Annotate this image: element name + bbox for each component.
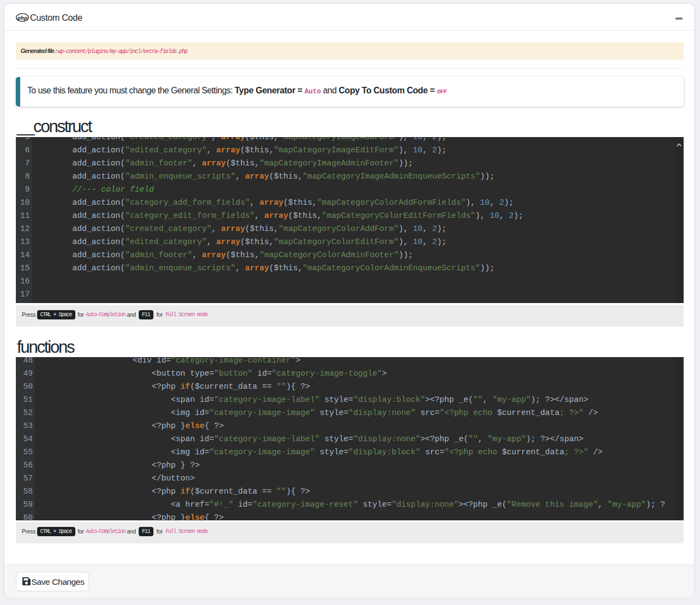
svg-text:php: php <box>17 14 27 20</box>
